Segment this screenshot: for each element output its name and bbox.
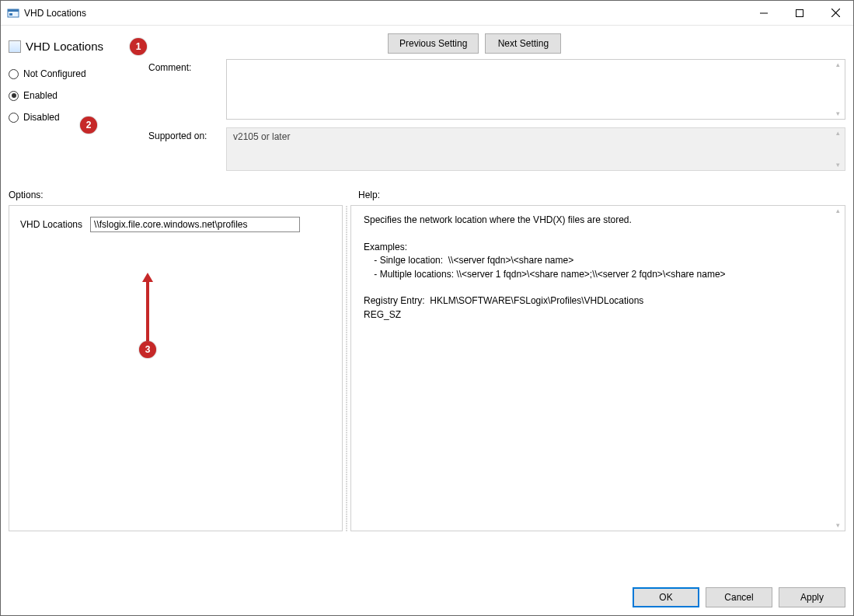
radio-enabled[interactable]: Enabled <box>9 90 133 101</box>
config-area: Not Configured Enabled Disabled Comment:… <box>1 59 853 186</box>
radio-not-configured[interactable]: Not Configured <box>9 68 133 79</box>
next-setting-button[interactable]: Next Setting <box>485 33 561 54</box>
window-controls <box>746 1 853 25</box>
app-icon <box>7 7 19 19</box>
dialog-button-bar: OK Cancel Apply <box>1 583 853 615</box>
setting-title: VHD Locations <box>26 40 103 53</box>
radio-icon <box>9 113 19 123</box>
radio-disabled[interactable]: Disabled <box>9 112 133 123</box>
fields-column: Comment: ▴▾ Supported on: v2105 or later… <box>148 59 845 179</box>
vhd-locations-option-label: VHD Locations <box>20 219 82 230</box>
titlebar: VHD Locations <box>1 1 853 26</box>
ok-button[interactable]: OK <box>633 587 699 607</box>
panel-labels: Options: Help: <box>1 186 853 205</box>
options-pane: VHD Locations <box>9 205 343 531</box>
help-text: Specifies the network location where the… <box>351 206 845 329</box>
split-area: VHD Locations Specifies the network loca… <box>9 205 845 531</box>
callout-badge-3: 3 <box>139 341 156 358</box>
state-radio-group: Not Configured Enabled Disabled <box>9 59 133 179</box>
svg-rect-2 <box>9 13 12 16</box>
scroll-up-icon: ▴ <box>831 130 845 137</box>
cancel-button[interactable]: Cancel <box>706 587 772 607</box>
scroll-down-icon: ▾ <box>831 522 845 529</box>
radio-label: Enabled <box>23 90 58 101</box>
callout-badge-1: 1 <box>130 38 147 55</box>
radio-label: Disabled <box>23 112 60 123</box>
callout-arrow-line <box>146 282 149 341</box>
radio-label: Not Configured <box>23 68 86 79</box>
maximize-button[interactable] <box>782 1 817 25</box>
scroll-down-icon: ▾ <box>831 162 845 169</box>
options-label: Options: <box>9 190 346 200</box>
previous-setting-button[interactable]: Previous Setting <box>388 33 479 54</box>
callout-badge-2: 2 <box>80 117 97 134</box>
radio-icon <box>9 69 19 79</box>
minimize-button[interactable] <box>746 1 782 25</box>
vhd-locations-input[interactable] <box>90 217 300 232</box>
apply-button[interactable]: Apply <box>779 587 845 607</box>
nav-buttons: Previous Setting Next Setting <box>388 33 561 54</box>
close-button[interactable] <box>817 1 853 25</box>
scroll-up-icon: ▴ <box>831 207 845 214</box>
comment-label: Comment: <box>148 59 226 120</box>
vhd-locations-option-row: VHD Locations <box>20 217 331 232</box>
help-label: Help: <box>346 190 845 200</box>
radio-icon <box>9 91 19 101</box>
top-section: VHD Locations Previous Setting Next Sett… <box>1 26 853 59</box>
scrollbar[interactable]: ▴▾ <box>831 60 845 119</box>
help-pane: Specifies the network location where the… <box>350 205 845 531</box>
pane-splitter[interactable] <box>344 205 349 531</box>
scroll-down-icon: ▾ <box>831 110 845 117</box>
policy-icon <box>9 40 21 53</box>
callout-arrow-head <box>142 273 153 282</box>
svg-rect-1 <box>8 9 19 12</box>
window-title: VHD Locations <box>24 8 86 19</box>
scroll-up-icon: ▴ <box>831 61 845 68</box>
comment-row: Comment: ▴▾ <box>148 59 845 120</box>
scrollbar[interactable]: ▴▾ <box>831 206 845 531</box>
svg-rect-4 <box>796 9 803 16</box>
scrollbar: ▴▾ <box>831 128 845 170</box>
supported-on-box: v2105 or later ▴▾ <box>226 127 845 171</box>
gpo-editor-window: VHD Locations VHD Locations Previous Set… <box>0 0 854 616</box>
supported-row: Supported on: v2105 or later ▴▾ <box>148 127 845 171</box>
supported-label: Supported on: <box>148 127 226 171</box>
comment-textarea[interactable]: ▴▾ <box>226 59 845 120</box>
supported-value: v2105 or later <box>233 131 290 142</box>
